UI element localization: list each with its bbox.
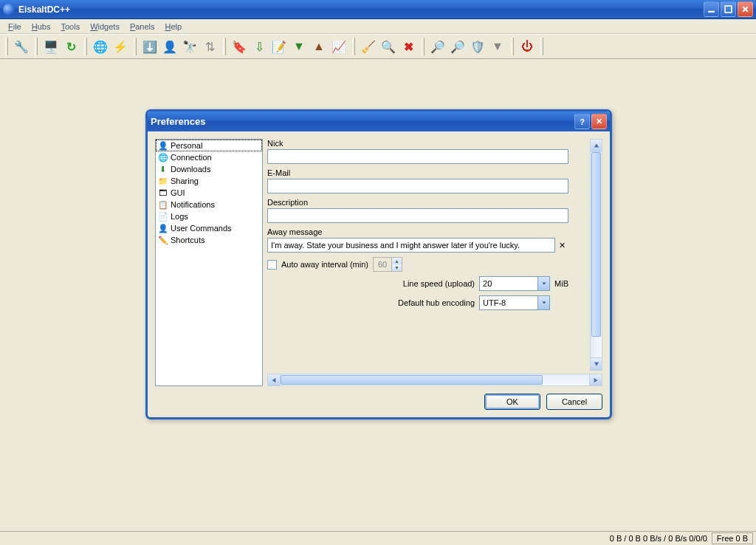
- monitor-icon[interactable]: 🖥️: [42, 38, 60, 55]
- hat-icon[interactable]: ▲: [310, 38, 328, 55]
- folder-icon: 📁: [158, 176, 168, 186]
- search-icon[interactable]: 🔍: [379, 38, 397, 55]
- cancel-button[interactable]: Cancel: [546, 394, 602, 410]
- auto-away-value: 60: [374, 258, 391, 271]
- tools-icon[interactable]: 🔧: [13, 38, 30, 55]
- statusbar: 0 B / 0 B 0 B/s / 0 B/s 0/0/0 Free 0 B: [0, 531, 756, 545]
- zoom-in-icon[interactable]: 🔎: [429, 38, 447, 55]
- chevron-down-icon[interactable]: [537, 277, 549, 290]
- bolt-icon[interactable]: ⚡: [111, 38, 129, 55]
- preferences-category-list[interactable]: 👤Personal 🌐Connection ⬇Downloads 📁Sharin…: [155, 139, 263, 386]
- toolbar-handle[interactable]: [511, 38, 514, 55]
- shield-icon[interactable]: 🛡️: [469, 38, 487, 55]
- power-icon[interactable]: ⏻: [518, 38, 536, 55]
- toolbar-handle[interactable]: [134, 38, 137, 55]
- down-arrow-icon[interactable]: ▼: [290, 38, 308, 55]
- category-downloads[interactable]: ⬇Downloads: [156, 163, 262, 175]
- menu-hubs[interactable]: Hubs: [27, 21, 56, 32]
- ok-button[interactable]: OK: [484, 394, 540, 410]
- download-icon[interactable]: ⬇️: [141, 38, 159, 55]
- category-logs[interactable]: 📄Logs: [156, 210, 262, 222]
- svg-rect-0: [708, 11, 715, 13]
- menu-help[interactable]: Help: [160, 21, 188, 32]
- menu-file[interactable]: File: [3, 21, 27, 32]
- description-input[interactable]: [267, 208, 568, 223]
- sort-icon[interactable]: ⇅: [201, 38, 219, 55]
- menu-widgets[interactable]: Widgets: [85, 21, 125, 32]
- scroll-track[interactable]: [591, 152, 602, 357]
- auto-away-checkbox[interactable]: [267, 260, 277, 270]
- chevron-down-icon[interactable]: ▼: [392, 264, 402, 271]
- binoculars-icon[interactable]: 🔭: [181, 38, 199, 55]
- category-label: Logs: [171, 212, 188, 221]
- toolbar: 🔧 🖥️ ↻ 🌐 ⚡ ⬇️ 👤 🔭 ⇅ 🔖 ⇩ 📝 ▼ ▲ 📈 🧹 🔍 ✖ 🔎 …: [0, 34, 756, 59]
- chevron-up-icon[interactable]: ▲: [392, 258, 402, 264]
- maximize-button[interactable]: [721, 1, 736, 17]
- category-gui[interactable]: 🗔GUI: [156, 187, 262, 199]
- scroll-thumb[interactable]: [281, 375, 543, 385]
- preferences-dialog: Preferences ? ✕ 👤Personal 🌐Connection ⬇D…: [145, 109, 612, 419]
- status-free-space: Free 0 B: [712, 532, 753, 544]
- user-icon[interactable]: 👤: [161, 38, 179, 55]
- auto-away-spinner[interactable]: 60 ▲▼: [373, 257, 402, 272]
- minimize-button[interactable]: [704, 1, 719, 17]
- refresh-icon[interactable]: ↻: [62, 38, 80, 55]
- toolbar-handle[interactable]: [223, 38, 226, 55]
- category-label: Notifications: [171, 200, 215, 209]
- filter-icon[interactable]: ▼: [489, 38, 506, 55]
- auto-away-label: Auto away interval (min): [281, 260, 368, 269]
- line-speed-combo[interactable]: 20: [479, 276, 550, 291]
- category-label: Shortcuts: [171, 236, 205, 244]
- svg-rect-1: [725, 6, 732, 13]
- dialog-help-button[interactable]: ?: [574, 114, 590, 129]
- toolbar-handle[interactable]: [540, 38, 543, 55]
- scroll-down-button[interactable]: [591, 357, 602, 370]
- encoding-combo[interactable]: UTF-8: [479, 295, 550, 310]
- email-input[interactable]: [267, 179, 568, 193]
- app-icon: [3, 4, 15, 16]
- line-speed-label: Line speed (upload): [403, 279, 475, 288]
- close-button[interactable]: [738, 1, 753, 17]
- scroll-track[interactable]: [281, 374, 589, 385]
- category-label: Connection: [171, 153, 212, 162]
- scroll-up-button[interactable]: [591, 140, 602, 152]
- page-icon: 📄: [158, 212, 168, 222]
- category-shortcuts[interactable]: ✏️Shortcuts: [156, 234, 262, 246]
- category-notifications[interactable]: 📋Notifications: [156, 199, 262, 210]
- menu-panels[interactable]: Panels: [125, 21, 160, 32]
- speed-icon[interactable]: 📈: [330, 38, 348, 55]
- away-message-input[interactable]: [267, 238, 555, 253]
- toolbar-handle[interactable]: [84, 38, 87, 55]
- dialog-close-button[interactable]: ✕: [591, 114, 607, 129]
- category-connection[interactable]: 🌐Connection: [156, 151, 262, 163]
- category-sharing[interactable]: 📁Sharing: [156, 175, 262, 187]
- toolbar-handle[interactable]: [35, 38, 38, 55]
- form-vertical-scrollbar[interactable]: [590, 139, 602, 371]
- toolbar-handle[interactable]: [5, 38, 8, 55]
- dialog-titlebar[interactable]: Preferences ? ✕: [148, 112, 610, 131]
- app-title: EiskaltDC++: [18, 4, 704, 15]
- broom-icon[interactable]: 🧹: [360, 38, 377, 55]
- scroll-right-button[interactable]: [589, 374, 602, 385]
- toolbar-handle[interactable]: [352, 38, 355, 55]
- toolbar-handle[interactable]: [422, 38, 425, 55]
- category-personal[interactable]: 👤Personal: [156, 140, 262, 151]
- chevron-down-icon[interactable]: [537, 296, 549, 309]
- category-user-commands[interactable]: 👤User Commands: [156, 222, 262, 234]
- mail-icon: 📋: [158, 200, 168, 210]
- nick-input[interactable]: [267, 149, 568, 164]
- zoom-out-icon[interactable]: 🔎: [449, 38, 467, 55]
- import-icon[interactable]: ⇩: [250, 38, 268, 55]
- globe-icon[interactable]: 🌐: [92, 38, 109, 55]
- scroll-left-button[interactable]: [268, 374, 281, 385]
- menu-tools[interactable]: Tools: [55, 21, 85, 32]
- scroll-thumb[interactable]: [591, 152, 601, 337]
- clear-icon[interactable]: ✕: [555, 241, 568, 250]
- form-horizontal-scrollbar[interactable]: [267, 374, 602, 386]
- note-icon[interactable]: 📝: [270, 38, 288, 55]
- away-message-label: Away message: [267, 227, 568, 236]
- delete-icon[interactable]: ✖: [399, 38, 417, 55]
- user-icon: 👤: [158, 141, 168, 151]
- star-add-icon[interactable]: 🔖: [230, 38, 248, 55]
- status-stats: 0 B / 0 B 0 B/s / 0 B/s 0/0/0: [610, 534, 707, 543]
